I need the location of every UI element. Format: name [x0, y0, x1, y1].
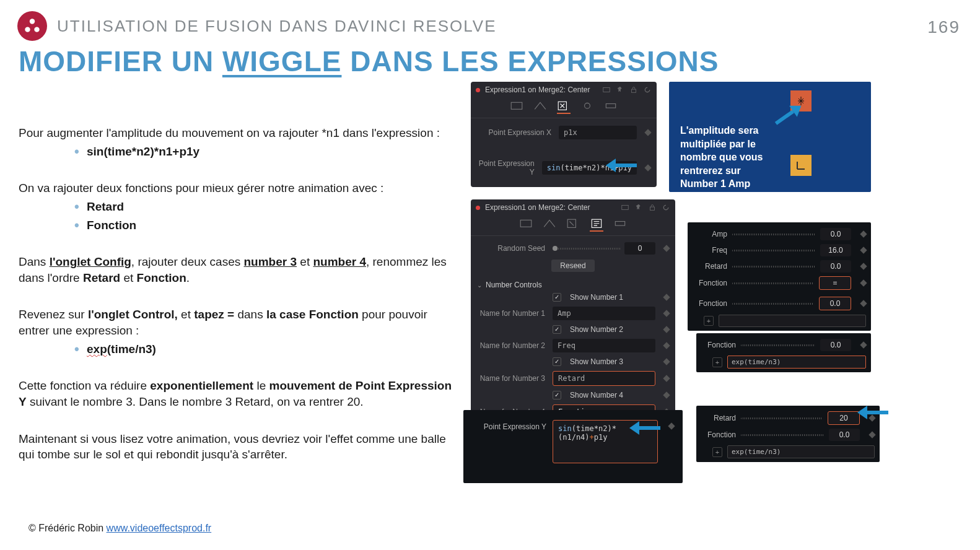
tab-4-icon[interactable]: [590, 218, 603, 232]
fonction-slider[interactable]: [732, 282, 814, 284]
show-number-1-label: Show Number 1: [570, 293, 623, 302]
expr-field[interactable]: exp(time/n3): [727, 445, 875, 458]
show-number-3-checkbox[interactable]: [553, 357, 561, 366]
random-seed-value[interactable]: 0: [624, 242, 655, 255]
tab-1-icon[interactable]: [510, 100, 523, 111]
fonction-value[interactable]: 0.0: [819, 297, 851, 310]
show-number-1-checkbox[interactable]: [553, 293, 561, 302]
name-for-number-3-field[interactable]: Retard: [553, 371, 655, 386]
tab-2-icon[interactable]: [533, 100, 547, 111]
amp-value[interactable]: 0.0: [820, 228, 851, 240]
keyframe-diamond-icon[interactable]: [860, 341, 867, 348]
freq-slider[interactable]: [732, 250, 815, 251]
show-number-3-label: Show Number 3: [570, 357, 623, 366]
keyframe-diamond-icon[interactable]: [663, 294, 670, 300]
keyframe-diamond-icon[interactable]: [663, 326, 670, 333]
text-column: Pour augmenter l'amplitude du mouvement …: [19, 78, 458, 465]
para-6: Maintenant si vous lisez votre animation…: [19, 431, 458, 463]
keyframe-diamond-icon[interactable]: [663, 245, 670, 251]
tab-3-icon[interactable]: [557, 100, 571, 114]
para-1: Pour augmenter l'amplitude du mouvement …: [19, 125, 458, 141]
point-expr-y-label: Point Expression Y: [472, 420, 546, 431]
svg-rect-11: [520, 220, 532, 227]
fonction-value[interactable]: =: [819, 276, 851, 290]
retard-slider[interactable]: [741, 417, 823, 419]
show-number-2-checkbox[interactable]: [553, 325, 561, 334]
amp-label: Amp: [693, 230, 727, 238]
amp-slider[interactable]: [732, 234, 815, 235]
keyframe-diamond-icon[interactable]: [860, 263, 867, 269]
fonction-slider[interactable]: [741, 434, 824, 436]
breadcrumb: UTILISATION DE FUSION DANS DAVINCI RESOL…: [57, 17, 497, 36]
retard-value-20[interactable]: 20: [828, 411, 860, 425]
lock-icon[interactable]: [648, 203, 657, 212]
show-number-2-label: Show Number 2: [570, 325, 623, 334]
keyframe-diamond-icon[interactable]: [860, 300, 867, 307]
bullet-retard: Retard: [19, 199, 458, 215]
keyframe-diamond-icon[interactable]: [663, 342, 670, 349]
freq-label: Freq: [693, 246, 727, 255]
expr-field-empty[interactable]: [719, 315, 866, 327]
fonction-slider[interactable]: [732, 303, 814, 305]
bullet-fonction: Fonction: [19, 217, 458, 234]
reset-icon[interactable]: [643, 85, 652, 94]
fonction-slider[interactable]: [741, 344, 815, 346]
plus-icon[interactable]: +: [712, 447, 722, 457]
pin-icon[interactable]: [616, 85, 624, 94]
svg-rect-9: [622, 206, 629, 210]
retard-slider[interactable]: [732, 266, 815, 268]
controls-panel-d: Retard20 Fonction0.0 +exp(time/n3): [696, 406, 880, 462]
versions-icon[interactable]: [621, 203, 629, 212]
footer-link[interactable]: www.videoeffectsprod.fr: [107, 523, 212, 533]
name-for-number-1-field[interactable]: Amp: [553, 307, 655, 320]
keyframe-diamond-icon[interactable]: [860, 230, 867, 237]
fonction-label: Fonction: [693, 279, 727, 287]
tab-4-icon[interactable]: [580, 100, 594, 111]
tab-5-icon[interactable]: [613, 218, 627, 229]
svg-point-7: [585, 103, 590, 109]
retard-value[interactable]: 0.0: [820, 260, 851, 273]
retard-label: Retard: [701, 414, 736, 422]
keyframe-diamond-icon[interactable]: [860, 247, 867, 253]
keyframe-diamond-icon[interactable]: [663, 375, 670, 382]
svg-point-2: [34, 27, 39, 32]
tab-row: [471, 98, 657, 118]
show-number-4-checkbox[interactable]: [553, 391, 561, 399]
keyframe-diamond-icon[interactable]: [860, 279, 867, 286]
panel-title: Expression1 on Merge2: Center: [485, 85, 590, 94]
para-2: On va rajouter deux fonctions pour mieux…: [19, 180, 458, 196]
tab-5-icon[interactable]: [604, 100, 618, 111]
keyframe-diamond-icon[interactable]: [668, 422, 675, 429]
tab-3-icon[interactable]: [566, 218, 580, 229]
fonction-value[interactable]: 0.0: [820, 339, 851, 351]
para-3: Dans l'onglet Config, rajouter deux case…: [19, 254, 458, 286]
number-controls-section[interactable]: ⌄ Number Controls: [471, 277, 675, 290]
reset-icon[interactable]: [662, 203, 670, 212]
page-number: 169: [927, 17, 960, 37]
bullet-expr-2: exp(time/n3): [19, 341, 458, 357]
tab-1-icon[interactable]: [519, 218, 533, 229]
fonction-value[interactable]: 0.0: [829, 429, 860, 441]
keyframe-diamond-icon[interactable]: [663, 310, 670, 316]
reseed-button[interactable]: Reseed: [551, 260, 594, 272]
freq-value[interactable]: 16.0: [820, 244, 851, 256]
svg-rect-14: [615, 222, 624, 226]
versions-icon[interactable]: [602, 85, 611, 94]
keyframe-diamond-icon[interactable]: [868, 431, 875, 438]
keyframe-diamond-icon[interactable]: [644, 164, 651, 171]
keyframe-diamond-icon[interactable]: [644, 129, 651, 136]
keyframe-diamond-icon[interactable]: [663, 358, 670, 365]
annotation-text: L'amplitude sera multipliée par le nombr…: [680, 124, 779, 191]
pin-icon[interactable]: [634, 203, 643, 212]
tab-2-icon[interactable]: [543, 218, 556, 229]
lock-icon[interactable]: [629, 85, 638, 94]
point-expr-x-field[interactable]: p1x: [559, 126, 637, 139]
plus-icon[interactable]: +: [704, 316, 714, 326]
expr-field[interactable]: exp(time/n3): [727, 356, 866, 369]
fonction-label: Fonction: [701, 341, 736, 349]
name-for-number-2-field[interactable]: Freq: [553, 339, 655, 352]
random-seed-slider[interactable]: [553, 248, 621, 250]
plus-icon[interactable]: +: [712, 357, 722, 367]
keyframe-diamond-icon[interactable]: [663, 391, 670, 398]
svg-rect-5: [511, 103, 522, 110]
